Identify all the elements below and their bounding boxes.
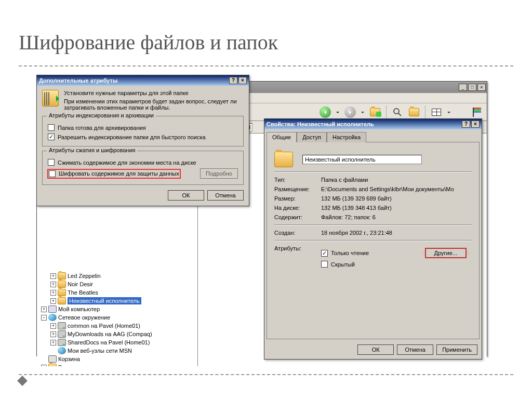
details-button[interactable]: Подробно <box>200 168 238 179</box>
tree-item[interactable]: +Мой компьютер <box>37 305 197 313</box>
tree-item[interactable]: +Возвращение <box>37 363 197 366</box>
tree-item[interactable]: +Неизвестный исполнитель <box>37 297 197 305</box>
close-button[interactable]: × <box>477 84 486 91</box>
value-ondisk: 132 МБ (139 348 413 байт) <box>321 205 472 211</box>
label-size: Размер: <box>274 195 321 202</box>
checkbox-archive[interactable] <box>48 124 55 131</box>
tree-expander[interactable]: + <box>50 290 56 296</box>
bullet-icon <box>17 376 28 386</box>
label-attributes: Атрибуты: <box>274 245 321 251</box>
tree-item[interactable]: Мои веб-узлы сети MSN <box>37 347 197 355</box>
chevron-down-icon[interactable] <box>447 108 451 117</box>
advattr-titlebar: Дополнительные атрибуты ? × <box>37 75 249 86</box>
minimize-button[interactable]: _ <box>459 84 467 91</box>
group-crypt-label: Атрибуты сжатия и шифрования <box>47 147 137 153</box>
label-index: Разрешить индексирование папки для быстр… <box>58 134 206 140</box>
tree-item-label: Корзина <box>58 356 80 362</box>
close-button[interactable]: × <box>238 77 247 84</box>
tab-general[interactable]: Общие <box>267 132 297 142</box>
nav-up-button[interactable] <box>368 105 382 119</box>
tree-item[interactable]: +Led Zeppelin <box>37 272 197 280</box>
tree-item-label: Неизвестный исполнитель <box>68 297 141 304</box>
group-index-label: Атрибуты индексирования и архивации <box>47 112 156 118</box>
tree-expander[interactable]: + <box>50 298 56 304</box>
search-button[interactable] <box>391 105 404 119</box>
tree-item-label: common на Pavel (Home01) <box>68 323 140 329</box>
checkbox-compress[interactable] <box>48 159 55 166</box>
tab-access[interactable]: Доступ <box>297 132 327 142</box>
tree-item-label: Мой компьютер <box>58 306 100 312</box>
tree-expander[interactable]: + <box>41 365 47 367</box>
tree-item-label: The Beatles <box>68 289 98 296</box>
help-button[interactable]: ? <box>462 121 470 128</box>
net-icon <box>48 314 57 321</box>
folders-button[interactable] <box>407 105 421 119</box>
tree-item[interactable]: +Noir Desir <box>37 280 197 288</box>
tree-item[interactable]: Корзина <box>37 355 197 363</box>
computer-icon <box>48 305 57 313</box>
checkbox-readonly[interactable] <box>321 250 328 257</box>
help-button[interactable]: ? <box>229 77 237 84</box>
folder-name-input[interactable] <box>302 155 422 164</box>
drive-icon <box>58 322 66 329</box>
drive-icon <box>58 330 66 338</box>
apply-button[interactable]: Применить <box>436 344 477 355</box>
tree-item[interactable]: +MyDownloads на AAG (Compaq) <box>37 330 197 338</box>
value-type: Папка с файлами <box>321 177 472 183</box>
tree-expander[interactable]: + <box>50 323 56 329</box>
advanced-attributes-dialog: Дополнительные атрибуты ? × Установите н… <box>36 75 249 206</box>
tree-expander[interactable]: + <box>50 331 56 337</box>
cancel-button[interactable]: Отмена <box>397 344 433 355</box>
bin-icon <box>48 355 57 363</box>
tree-expander[interactable]: + <box>41 307 47 312</box>
chevron-down-icon[interactable] <box>336 108 340 117</box>
ok-button[interactable]: ОК <box>168 190 204 201</box>
tree-item-label: Возвращение <box>58 364 95 366</box>
properties-title: Свойства: Неизвестный исполнитель <box>267 121 374 127</box>
label-location: Размещение: <box>274 186 321 192</box>
tree-item[interactable]: −Сетевое окружение <box>37 313 197 322</box>
group-compress-encrypt: Атрибуты сжатия и шифрования Сжимать сод… <box>42 151 244 185</box>
net-icon <box>58 347 66 354</box>
tree-expander[interactable]: + <box>50 273 56 279</box>
tree-expander[interactable]: − <box>41 315 47 321</box>
maximize-button[interactable]: □ <box>468 84 476 91</box>
group-index-archive: Атрибуты индексирования и архивации Папк… <box>42 116 244 147</box>
folder-big-icon <box>274 152 293 167</box>
value-created: 18 ноября 2002 г., 23:21:48 <box>321 230 472 236</box>
views-button[interactable] <box>430 105 443 119</box>
folder-icon <box>58 272 66 280</box>
tree-item-label: MyDownloads на AAG (Compaq) <box>68 331 152 337</box>
ok-button[interactable]: ОК <box>357 344 394 355</box>
tab-customize[interactable]: Настройка <box>327 132 366 142</box>
properties-dialog: Свойства: Неизвестный исполнитель ? × Об… <box>264 118 482 360</box>
folder-icon <box>58 281 66 288</box>
checkbox-encrypt[interactable] <box>49 170 56 177</box>
value-location: E:\Documents and Settings\klbr\Мои докум… <box>321 186 472 192</box>
svg-point-0 <box>394 109 399 114</box>
close-button[interactable]: × <box>471 121 480 128</box>
tree-item[interactable]: +SharedDocs на Pavel (Home01) <box>37 338 197 347</box>
others-button[interactable]: Другие... <box>425 248 467 258</box>
properties-titlebar: Свойства: Неизвестный исполнитель ? × <box>264 119 482 129</box>
label-readonly: Только чтение <box>331 250 369 256</box>
nav-back-button[interactable] <box>318 105 332 119</box>
tree-item[interactable]: +common на Pavel (Home01) <box>37 322 197 330</box>
tree-item-label: Мои веб-узлы сети MSN <box>68 348 132 354</box>
folder-icon <box>48 364 57 366</box>
advattr-intro-2: При изменении этих параметров будет зада… <box>64 98 244 111</box>
label-contains: Содержит: <box>274 214 321 220</box>
tree-item-label: Сетевое окружение <box>58 314 110 321</box>
chevron-down-icon[interactable] <box>361 108 365 117</box>
checkbox-index[interactable] <box>48 134 55 140</box>
nav-forward-button[interactable] <box>343 105 357 119</box>
tree-item-label: Led Zeppelin <box>68 273 101 279</box>
folder-icon <box>58 289 66 296</box>
checkbox-hidden[interactable] <box>321 261 328 268</box>
tree-expander[interactable]: + <box>50 340 56 345</box>
drive-icon <box>58 339 66 346</box>
divider-top <box>19 65 513 66</box>
cancel-button[interactable]: Отмена <box>207 190 244 201</box>
tree-item[interactable]: +The Beatles <box>37 288 197 297</box>
tree-expander[interactable]: + <box>50 282 56 287</box>
